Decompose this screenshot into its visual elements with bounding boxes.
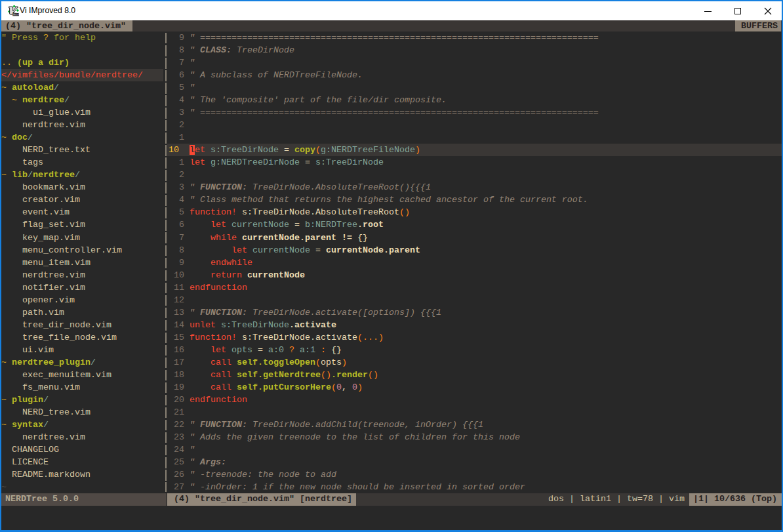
svg-text:im: im: [12, 10, 19, 16]
